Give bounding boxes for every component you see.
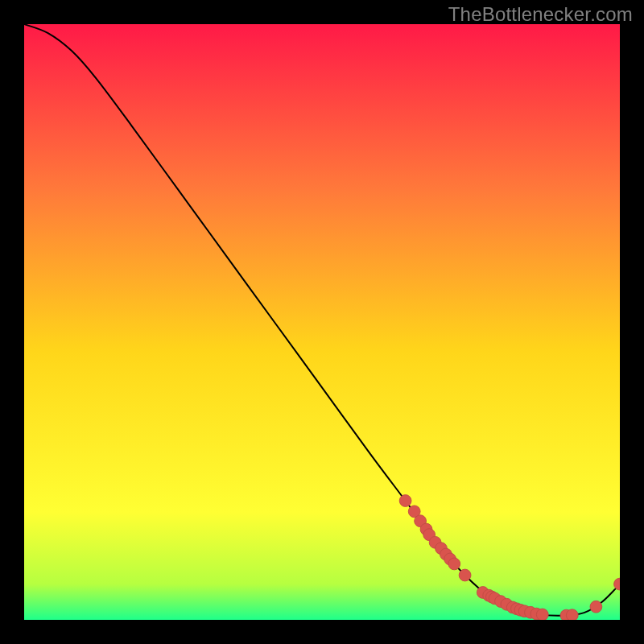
highlight-marker — [566, 609, 578, 620]
chart-plot — [24, 24, 620, 620]
highlight-marker — [536, 609, 548, 620]
chart-frame: TheBottlenecker.com — [0, 0, 644, 644]
highlight-marker — [459, 569, 471, 581]
gradient-background — [24, 24, 620, 620]
highlight-marker — [399, 495, 411, 507]
highlight-marker — [448, 558, 460, 570]
watermark-text: TheBottlenecker.com — [448, 3, 633, 26]
chart-svg — [24, 24, 620, 620]
highlight-marker — [590, 601, 602, 613]
